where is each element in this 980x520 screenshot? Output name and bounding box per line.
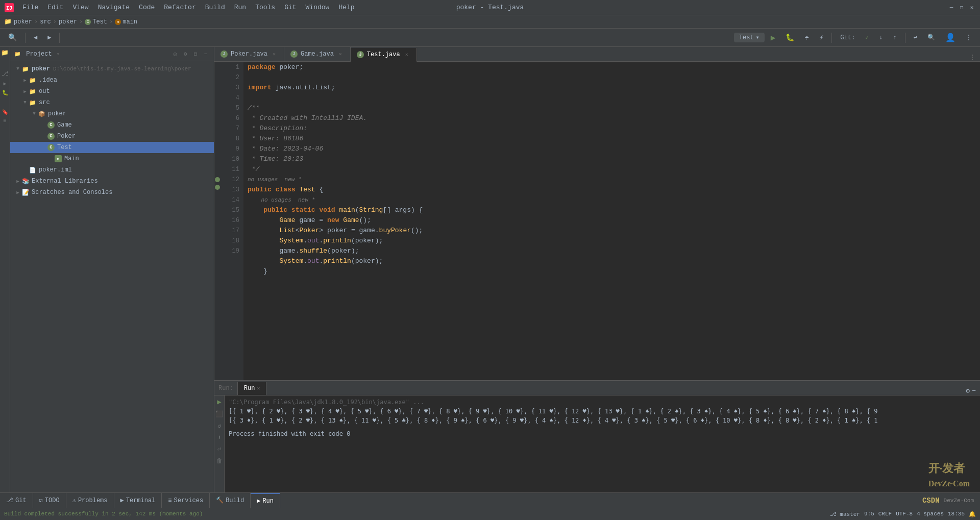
- indent-status[interactable]: 4 spaces: [917, 511, 944, 517]
- clear-icon[interactable]: 🗑: [216, 457, 223, 465]
- tree-arrow-idea[interactable]: ▶: [21, 77, 29, 84]
- git-status[interactable]: ⎇ master: [830, 511, 860, 517]
- notifications-icon[interactable]: 🔔: [969, 511, 976, 517]
- minimize-icon[interactable]: −: [972, 387, 976, 395]
- menu-git[interactable]: Git: [280, 3, 300, 12]
- menu-edit[interactable]: Edit: [43, 3, 67, 12]
- panel-close-btn[interactable]: −: [202, 50, 210, 58]
- panel-collapse-btn[interactable]: ⊟: [191, 50, 200, 58]
- footer-tab-services[interactable]: ≡ Services: [162, 493, 210, 508]
- more-button[interactable]: ⋮: [962, 32, 976, 43]
- menu-refactor[interactable]: Refactor: [160, 3, 200, 12]
- breadcrumb-method[interactable]: m main: [115, 18, 137, 26]
- tree-arrow-src[interactable]: ▼: [21, 99, 29, 106]
- git-update[interactable]: ↓: [875, 33, 887, 43]
- menu-view[interactable]: View: [68, 3, 92, 12]
- menu-window[interactable]: Window: [302, 3, 334, 12]
- menu-build[interactable]: Build: [201, 3, 229, 12]
- close-game-tab[interactable]: ✕: [337, 51, 344, 58]
- breadcrumb-src[interactable]: src: [40, 18, 51, 26]
- run-test-tab[interactable]: Run ✕: [238, 382, 267, 395]
- tree-item-scratches[interactable]: ▶ 📝 Scratches and Consoles: [10, 187, 214, 198]
- tree-item-poker-class[interactable]: C Poker: [10, 131, 214, 142]
- tree-item-main[interactable]: m Main: [10, 153, 214, 164]
- tab-test-java[interactable]: J Test.java ✕: [351, 48, 417, 62]
- toolbar-search-everywhere[interactable]: 🔍: [4, 32, 21, 43]
- footer-tab-build[interactable]: 🔨 Build: [210, 493, 251, 508]
- footer-tab-terminal[interactable]: ▶ Terminal: [114, 493, 162, 508]
- tree-arrow-poker-pkg[interactable]: ▼: [31, 110, 38, 117]
- debug-button[interactable]: 🐛: [781, 32, 798, 43]
- profile-button[interactable]: ⚡: [815, 32, 827, 43]
- menu-tools[interactable]: Tools: [251, 3, 279, 12]
- tabs-more-button[interactable]: ⋮: [965, 53, 980, 61]
- footer-tab-git[interactable]: ⎇ Git: [0, 493, 33, 508]
- charset-status[interactable]: UTF-8: [896, 511, 913, 517]
- footer-tab-run[interactable]: ▶ Run: [251, 493, 280, 508]
- activity-project-icon[interactable]: 📁: [1, 49, 9, 57]
- soft-wrap-icon[interactable]: ⏎: [217, 445, 221, 453]
- activity-structure-icon[interactable]: ≡: [3, 118, 6, 124]
- tab-poker-java[interactable]: J Poker.java ✕: [214, 47, 284, 61]
- crlf-status[interactable]: CRLF: [878, 511, 892, 517]
- tree-arrow-scratches[interactable]: ▶: [14, 189, 21, 196]
- close-poker-tab[interactable]: ✕: [271, 51, 278, 58]
- run-marker-12[interactable]: [215, 177, 220, 182]
- footer-tab-problems[interactable]: ⚠ Problems: [66, 493, 114, 508]
- tree-item-test[interactable]: C Test: [10, 142, 214, 153]
- tree-item-game[interactable]: C Game: [10, 119, 214, 131]
- tree-item-out[interactable]: ▶ 📁 out: [10, 86, 214, 97]
- run-again-icon[interactable]: ▶: [217, 398, 221, 406]
- maximize-button[interactable]: ❐: [958, 4, 966, 12]
- tree-item-src[interactable]: ▼ 📁 src: [10, 97, 214, 108]
- tab-game-java[interactable]: J Game.java ✕: [284, 47, 351, 61]
- toolbar-back[interactable]: ◀: [30, 32, 41, 43]
- panel-settings-btn[interactable]: ⚙: [181, 50, 189, 58]
- activity-bookmarks-icon[interactable]: 🔖: [2, 109, 8, 115]
- code-editor[interactable]: 1 2 3 4 5 6 7 8 9 10 11 12 13 14 15 16 1…: [214, 62, 980, 380]
- coverage-button[interactable]: ☂: [800, 32, 813, 43]
- breadcrumb-pkg[interactable]: poker: [59, 18, 77, 26]
- activity-debug-icon[interactable]: 🐛: [2, 90, 8, 96]
- close-button[interactable]: ✕: [968, 4, 976, 12]
- stop-icon[interactable]: ⬛: [215, 410, 223, 418]
- menu-navigate[interactable]: Navigate: [94, 3, 134, 12]
- project-tree: ▼ 📁 poker D:\code\this-is-my-java-se-lea…: [10, 61, 214, 492]
- menu-code[interactable]: Code: [135, 3, 159, 12]
- search-button[interactable]: 🔍: [923, 32, 939, 43]
- toolbar-forward[interactable]: ▶: [43, 32, 55, 43]
- tree-arrow-out[interactable]: ▶: [21, 88, 29, 95]
- menu-file[interactable]: File: [18, 3, 42, 12]
- breadcrumb-poker[interactable]: poker: [14, 18, 32, 26]
- run-config-selector[interactable]: Test ▾: [734, 33, 765, 42]
- tree-item-poker-pkg[interactable]: ▼ 📦 poker: [10, 108, 214, 119]
- panel-scope-btn[interactable]: ◎: [171, 50, 179, 58]
- tree-item-poker-root[interactable]: ▼ 📁 poker D:\code\this-is-my-java-se-lea…: [10, 63, 214, 75]
- activity-run-icon[interactable]: ▶: [3, 81, 6, 87]
- settings-icon[interactable]: ⚙: [966, 387, 970, 395]
- menu-run[interactable]: Run: [230, 3, 250, 12]
- position-status[interactable]: 9:5: [864, 511, 874, 517]
- code-line-4: [248, 93, 976, 103]
- code-content[interactable]: package poker; import java.util.List; /*…: [243, 62, 980, 380]
- undo-button[interactable]: ↩: [910, 32, 921, 43]
- tree-item-iml[interactable]: 📄 poker.iml: [10, 164, 214, 176]
- git-push[interactable]: ↑: [889, 33, 901, 43]
- minimize-button[interactable]: ─: [947, 4, 955, 12]
- run-button[interactable]: ▶: [767, 31, 780, 44]
- scroll-end-icon[interactable]: ⬇: [217, 434, 221, 441]
- run-marker-13[interactable]: [215, 185, 220, 190]
- tree-item-extlibs[interactable]: ▶ 📚 External Libraries: [10, 176, 214, 187]
- breadcrumb-class[interactable]: C Test: [85, 18, 107, 26]
- activity-commit-icon[interactable]: ⎇: [2, 70, 9, 78]
- close-test-tab[interactable]: ✕: [403, 51, 410, 58]
- tree-arrow-poker[interactable]: ▼: [14, 65, 21, 72]
- code-line-1: package poker;: [248, 62, 976, 72]
- tree-arrow-extlibs[interactable]: ▶: [14, 178, 21, 185]
- tree-item-idea[interactable]: ▶ 📁 .idea: [10, 75, 214, 86]
- rerun-icon[interactable]: ↺: [217, 422, 221, 430]
- profile-icon-button[interactable]: 👤: [941, 31, 960, 44]
- menu-help[interactable]: Help: [334, 3, 358, 12]
- git-checkmark[interactable]: ✓: [861, 32, 873, 43]
- footer-tab-todo[interactable]: ☑ TODO: [33, 493, 66, 508]
